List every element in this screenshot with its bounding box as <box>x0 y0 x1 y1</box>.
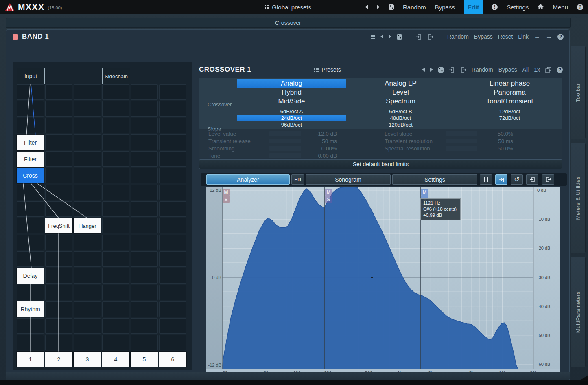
slope-option-72[interactable]: 72dB/oct <box>455 115 564 122</box>
band-arrow-right-icon[interactable]: → <box>546 33 552 40</box>
detach-icon[interactable] <box>545 67 551 73</box>
routing-cell[interactable] <box>159 201 186 217</box>
routing-cell[interactable] <box>74 185 101 200</box>
routing-cell[interactable] <box>131 185 158 200</box>
global-presets-button[interactable]: Global presets <box>265 4 311 11</box>
routing-cell[interactable] <box>102 251 129 267</box>
node-filter-1[interactable]: Filter <box>17 135 44 150</box>
routing-cell[interactable] <box>45 84 72 100</box>
type-option-hybrid[interactable]: Hybrid <box>237 88 346 97</box>
routing-cell[interactable] <box>74 168 101 183</box>
bypass-button[interactable]: Bypass <box>435 4 455 11</box>
menu-button[interactable]: Menu <box>553 4 568 11</box>
output-4[interactable]: 4 <box>102 352 129 367</box>
routing-cell[interactable] <box>131 235 158 250</box>
routing-cell[interactable] <box>131 285 158 300</box>
output-6[interactable]: 6 <box>159 352 186 367</box>
routing-cell[interactable] <box>102 268 129 284</box>
sidebar-tab-multiparameters[interactable]: MultiParameters <box>571 257 586 367</box>
normalize-button[interactable] <box>495 174 507 185</box>
routing-cell[interactable] <box>74 84 101 100</box>
param-level-slope[interactable]: Level slope 50.0% <box>385 130 513 137</box>
routing-cell[interactable] <box>131 168 158 183</box>
routing-cell[interactable] <box>159 151 186 167</box>
crossover-prev-icon[interactable] <box>422 68 425 72</box>
routing-cell[interactable] <box>74 268 101 284</box>
routing-cell[interactable] <box>74 318 101 334</box>
crossover-all-button[interactable]: All <box>522 66 529 73</box>
type-option-spectrum[interactable]: Spectrum <box>346 97 455 106</box>
type-option-tonal-transient[interactable]: Tonal/Transient <box>455 97 564 106</box>
routing-cell[interactable] <box>131 118 158 133</box>
crossover-title-bar[interactable]: Crossover <box>6 18 571 28</box>
routing-cell[interactable] <box>102 118 129 133</box>
param-smoothing[interactable]: Smoothing 0.00% <box>208 145 337 152</box>
settings-button[interactable]: Settings <box>507 4 529 11</box>
routing-cell[interactable] <box>159 218 186 233</box>
prev-preset-icon[interactable] <box>365 5 368 9</box>
edit-button[interactable]: Edit <box>464 0 483 14</box>
band-reset-button[interactable]: Reset <box>498 33 513 40</box>
reset-view-button[interactable]: ↺ <box>511 174 523 185</box>
routing-cell[interactable] <box>102 101 129 117</box>
slope-option-96[interactable]: 96dB/oct <box>237 121 346 128</box>
solo-badge-band-2[interactable]: S <box>325 196 332 203</box>
slope-option-6b[interactable]: 6dB/oct B <box>346 108 455 115</box>
routing-cell[interactable] <box>159 318 186 334</box>
routing-cell[interactable] <box>131 335 158 350</box>
output-3[interactable]: 3 <box>74 352 101 367</box>
routing-cell[interactable] <box>17 218 44 233</box>
routing-cell[interactable] <box>74 301 101 317</box>
routing-cell[interactable] <box>102 151 129 167</box>
slope-option-48[interactable]: 48dB/oct <box>346 115 455 122</box>
routing-cell[interactable] <box>102 335 129 350</box>
band-color-swatch[interactable] <box>13 34 18 40</box>
band-export-icon[interactable] <box>427 34 433 40</box>
output-5[interactable]: 5 <box>131 352 158 367</box>
band-presets-icon[interactable] <box>371 35 375 39</box>
routing-cell[interactable] <box>159 118 186 133</box>
band-next-icon[interactable] <box>389 35 391 39</box>
spectrum-analyzer-plot[interactable]: MSMSMS 12 dB0 dB-12 dB 0 dB-10 dB-20 dB-… <box>206 187 560 369</box>
routing-cell[interactable] <box>159 84 186 100</box>
routing-cell[interactable] <box>45 285 72 300</box>
routing-cell[interactable] <box>159 268 186 284</box>
routing-cell[interactable] <box>17 101 44 117</box>
band-help-icon[interactable]: ? <box>557 34 564 40</box>
crossover-help-icon[interactable]: ? <box>557 67 563 73</box>
routing-cell[interactable] <box>102 235 129 250</box>
routing-cell[interactable] <box>74 151 101 167</box>
crossover-presets-button[interactable]: Presets <box>314 66 341 73</box>
routing-cell[interactable] <box>74 235 101 250</box>
routing-cell[interactable] <box>159 101 186 117</box>
analyzer-import-button[interactable] <box>526 174 538 185</box>
routing-cell[interactable] <box>159 301 186 317</box>
routing-cell[interactable] <box>45 301 72 317</box>
node-flanger[interactable]: Flanger <box>74 218 101 233</box>
routing-cell[interactable] <box>17 318 44 334</box>
routing-cell[interactable] <box>45 318 72 334</box>
band-bypass-button[interactable]: Bypass <box>474 33 493 40</box>
routing-cell[interactable] <box>131 268 158 284</box>
type-option-midside[interactable]: Mid/Side <box>237 97 346 106</box>
routing-cell[interactable] <box>159 168 186 183</box>
routing-cell[interactable] <box>74 285 101 300</box>
routing-cell[interactable] <box>159 285 186 300</box>
routing-cell[interactable] <box>74 335 101 350</box>
routing-cell[interactable] <box>159 134 186 150</box>
routing-cell[interactable] <box>102 168 129 183</box>
type-option-analog[interactable]: Analog <box>237 79 346 88</box>
routing-cell[interactable] <box>102 301 129 317</box>
band-link-button[interactable]: Link <box>518 33 529 40</box>
routing-cell[interactable] <box>159 235 186 250</box>
routing-cell[interactable] <box>74 134 101 150</box>
routing-cell[interactable] <box>45 185 72 200</box>
analyzer-export-button[interactable] <box>542 174 554 185</box>
help-icon[interactable]: ? <box>577 4 583 10</box>
routing-cell[interactable] <box>74 101 101 117</box>
param-transient-resolution[interactable]: Transient resolution 50 ms <box>385 137 513 145</box>
mute-badge-band-3[interactable]: M <box>421 189 428 196</box>
output-2[interactable]: 2 <box>45 352 72 367</box>
routing-cell[interactable] <box>45 151 72 167</box>
crossover-dice-icon[interactable] <box>438 67 444 73</box>
